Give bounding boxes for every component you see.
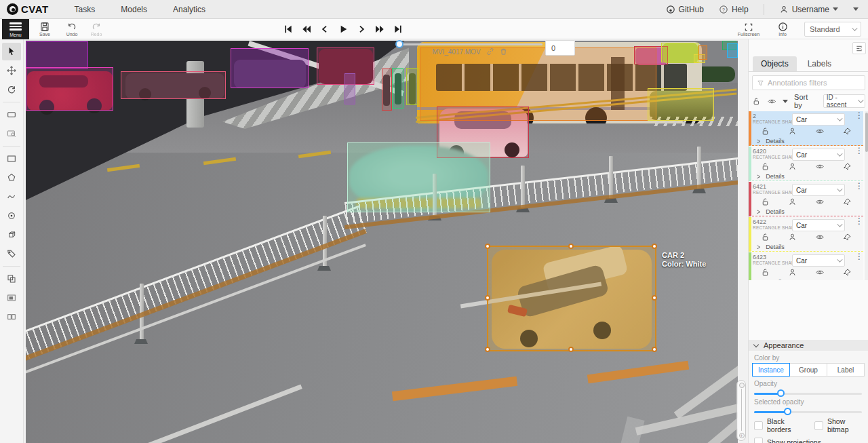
object-actions-menu[interactable]: ⋮ bbox=[855, 254, 862, 260]
color-by-label-button[interactable]: Label bbox=[827, 363, 865, 377]
object-pin-button[interactable] bbox=[843, 127, 852, 137]
sort-order-select[interactable]: ID - ascent bbox=[823, 94, 865, 108]
hide-all-icon[interactable] bbox=[767, 97, 777, 106]
object-list-item[interactable]: 6421 RECTANGLE SHAPE Car ⋮ > Details bbox=[749, 182, 863, 216]
box-purple-person[interactable] bbox=[344, 73, 355, 104]
box-red-person[interactable] bbox=[382, 69, 392, 111]
expand-all-icon[interactable] bbox=[783, 100, 788, 103]
box-pink-dark-car[interactable] bbox=[121, 71, 226, 99]
object-details-toggle[interactable]: > Details bbox=[757, 138, 785, 145]
box-lime-person[interactable] bbox=[406, 68, 418, 105]
workspace-mode-select[interactable]: Standard bbox=[804, 22, 861, 37]
box-car2-selected[interactable] bbox=[487, 246, 656, 351]
object-hide-button[interactable] bbox=[815, 127, 825, 137]
resize-handle[interactable] bbox=[485, 244, 490, 249]
first-frame-button[interactable] bbox=[281, 22, 295, 37]
frame-slider[interactable] bbox=[397, 43, 542, 45]
plus-icon[interactable]: + bbox=[739, 433, 745, 438]
last-frame-button[interactable] bbox=[391, 22, 405, 37]
box-lime-small[interactable] bbox=[661, 43, 698, 62]
object-details-toggle[interactable]: > Details bbox=[757, 279, 785, 280]
delete-frame-icon[interactable] bbox=[500, 47, 507, 56]
backward-jump-button[interactable] bbox=[300, 22, 313, 37]
menu-button[interactable]: Menu bbox=[2, 19, 29, 39]
tab-objects[interactable]: Objects bbox=[753, 56, 797, 71]
box-orange-tiny[interactable] bbox=[698, 45, 707, 60]
next-frame-button[interactable] bbox=[355, 22, 368, 37]
object-hide-button[interactable] bbox=[815, 197, 825, 208]
merge-tool[interactable] bbox=[2, 270, 21, 288]
opacity-slider[interactable] bbox=[754, 393, 862, 395]
draw-points-tool[interactable] bbox=[2, 207, 21, 225]
color-by-group-button[interactable]: Group bbox=[789, 363, 827, 377]
object-actions-menu[interactable]: ⋮ bbox=[855, 183, 862, 189]
object-label-select[interactable]: Car bbox=[792, 113, 845, 126]
split-tool[interactable] bbox=[2, 308, 21, 326]
undo-button[interactable]: Undo bbox=[60, 20, 84, 39]
fit-image-tool[interactable] bbox=[2, 106, 21, 123]
opacity-slider-handle[interactable] bbox=[777, 389, 785, 397]
resize-handle[interactable] bbox=[652, 244, 657, 249]
object-hide-button[interactable] bbox=[815, 268, 825, 278]
rotate-tool[interactable] bbox=[2, 81, 21, 98]
group-tool[interactable] bbox=[2, 289, 21, 307]
box-teal-car[interactable] bbox=[347, 142, 490, 212]
nav-models[interactable]: Models bbox=[121, 5, 147, 14]
object-details-toggle[interactable]: > Details bbox=[757, 208, 785, 215]
object-list-item[interactable]: 6422 RECTANGLE SHAPE Car ⋮ > Details bbox=[749, 217, 863, 252]
object-actions-menu[interactable]: ⋮ bbox=[855, 148, 862, 154]
object-lock-button[interactable] bbox=[761, 162, 770, 172]
show-projections-checkbox[interactable] bbox=[754, 438, 763, 443]
object-list-item[interactable]: 6420 RECTANGLE SHAPE Car ⋮ > Details bbox=[749, 147, 863, 181]
frame-number-input[interactable]: 0 bbox=[545, 40, 575, 56]
draw-polygon-tool[interactable] bbox=[2, 169, 21, 187]
draw-polyline-tool[interactable] bbox=[2, 188, 21, 206]
object-label-select[interactable]: Car bbox=[792, 149, 845, 161]
resize-handle[interactable] bbox=[568, 347, 574, 352]
object-pin-button[interactable] bbox=[843, 197, 852, 208]
canvas-vertical-slider[interactable]: + bbox=[736, 380, 746, 441]
draw-rectangle-tool[interactable] bbox=[2, 150, 21, 168]
object-details-toggle[interactable]: > Details bbox=[757, 244, 785, 250]
object-occluded-button[interactable] bbox=[788, 233, 797, 243]
link-icon[interactable] bbox=[486, 47, 494, 56]
box-magenta-red-car[interactable] bbox=[26, 67, 113, 111]
frame-slider-handle[interactable] bbox=[395, 40, 403, 48]
object-list-item[interactable]: 6423 RECTANGLE SHAPE Car ⋮ > Details bbox=[749, 252, 863, 280]
object-occluded-button[interactable] bbox=[788, 268, 797, 278]
resize-handle[interactable] bbox=[485, 347, 490, 352]
selected-opacity-slider-handle[interactable] bbox=[784, 408, 791, 415]
object-list-item[interactable]: 2 RECTANGLE SHAPE Car ⋮ > Details bbox=[749, 111, 863, 146]
forward-jump-button[interactable] bbox=[373, 22, 387, 37]
resize-handle[interactable] bbox=[652, 347, 657, 352]
chevron-down-icon[interactable] bbox=[853, 7, 859, 11]
previous-frame-button[interactable] bbox=[318, 22, 332, 37]
show-bitmap-checkbox[interactable] bbox=[814, 421, 823, 430]
object-label-select[interactable]: Car bbox=[792, 254, 845, 267]
box-yellow-car[interactable] bbox=[648, 88, 714, 121]
object-actions-menu[interactable]: ⋮ bbox=[855, 218, 862, 225]
nav-analytics[interactable]: Analytics bbox=[173, 5, 205, 14]
object-details-toggle[interactable]: > Details bbox=[757, 173, 785, 180]
box-purple[interactable] bbox=[26, 41, 88, 69]
nav-tasks[interactable]: Tasks bbox=[75, 5, 96, 14]
resize-handle[interactable] bbox=[652, 295, 657, 301]
info-button[interactable]: Info bbox=[770, 20, 795, 39]
draw-cuboid-tool[interactable] bbox=[2, 226, 21, 244]
color-by-instance-button[interactable]: Instance bbox=[752, 363, 790, 377]
object-hide-button[interactable] bbox=[815, 233, 825, 243]
object-lock-button[interactable] bbox=[761, 127, 770, 137]
canvas-slider-handle[interactable] bbox=[739, 383, 745, 388]
object-pin-button[interactable] bbox=[843, 268, 852, 278]
save-button[interactable]: Save bbox=[33, 20, 57, 39]
sidebar-collapse-button[interactable] bbox=[852, 42, 866, 54]
play-button[interactable] bbox=[336, 22, 350, 37]
annotation-canvas[interactable]: CAR 2Color: White + bbox=[24, 39, 748, 443]
redo-button[interactable]: Redo bbox=[84, 20, 108, 39]
cvat-logo[interactable]: CVAT bbox=[7, 3, 49, 15]
setup-tag-tool[interactable] bbox=[2, 245, 21, 263]
fullscreen-button[interactable]: Fullscreen bbox=[736, 20, 761, 39]
object-occluded-button[interactable] bbox=[788, 127, 797, 137]
github-link[interactable]: GitHub bbox=[666, 5, 704, 14]
annotations-filter-input[interactable]: Annotations filters bbox=[752, 75, 865, 90]
